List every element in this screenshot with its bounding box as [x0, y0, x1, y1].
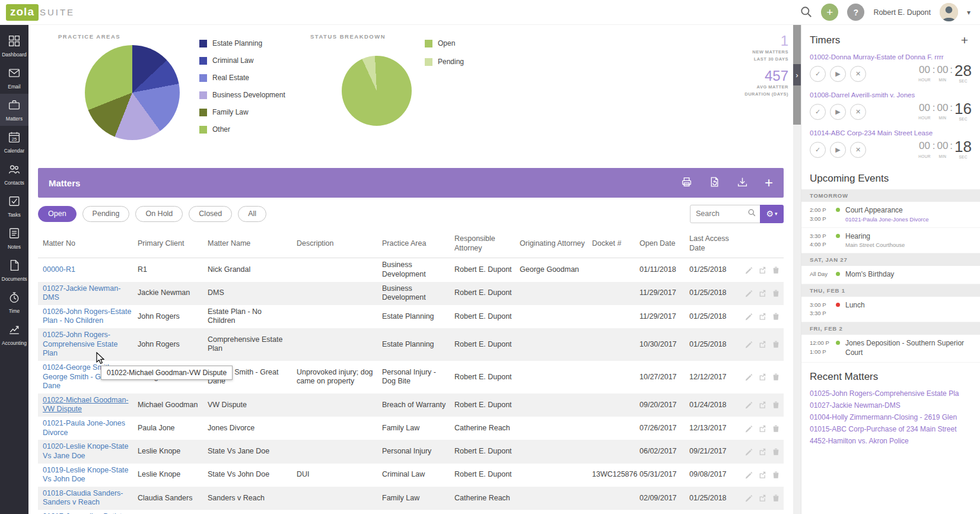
delete-matter-icon[interactable]	[772, 401, 780, 409]
edit-matter-icon[interactable]	[744, 424, 753, 433]
avatar[interactable]	[940, 3, 958, 21]
quick-add-button[interactable]: +	[821, 4, 838, 21]
timer-play-button[interactable]: ▶	[830, 142, 846, 158]
matter-no-link[interactable]: 01022-Michael Goodman-VW Dispute	[43, 396, 129, 414]
matter-no-link[interactable]: 01018-Claudia Sanders-Sanders v Reach	[43, 489, 123, 507]
open-matter-icon[interactable]	[758, 340, 766, 348]
table-row[interactable]: 01021-Paula Jone-Jones Divorce Paula Jon…	[38, 417, 784, 440]
delete-matter-icon[interactable]	[772, 471, 780, 479]
table-row[interactable]: 01022-Michael Goodman-VW Dispute Michael…	[38, 394, 784, 417]
print-button[interactable]	[681, 176, 692, 189]
timer-discard-button[interactable]: ✕	[850, 142, 866, 158]
filter-tab-open[interactable]: Open	[38, 206, 77, 222]
delete-matter-icon[interactable]	[772, 289, 780, 297]
edit-matter-icon[interactable]	[744, 401, 753, 409]
recent-matter-link[interactable]: 01015-ABC Corp-Purchase of 234 Main Stre…	[801, 423, 980, 435]
timer-play-button[interactable]: ▶	[830, 66, 846, 82]
app-logo[interactable]: zola SUITE	[6, 4, 75, 21]
delete-matter-icon[interactable]	[772, 424, 780, 433]
matter-no-link[interactable]: 01027-Jackie Newman-DMS	[43, 284, 120, 302]
filter-tab-all[interactable]: All	[238, 206, 266, 222]
delete-matter-icon[interactable]	[772, 312, 780, 321]
matter-no-link[interactable]: 01021-Paula Jone-Jones Divorce	[43, 419, 125, 437]
timer-discard-button[interactable]: ✕	[850, 104, 866, 120]
table-row[interactable]: 01020-Leslie Knope-State Vs Jane Doe Les…	[38, 440, 784, 463]
sidebar-item-dashboard[interactable]: Dashboard	[0, 30, 28, 62]
open-matter-icon[interactable]	[758, 448, 766, 456]
open-matter-icon[interactable]	[758, 312, 766, 321]
matter-no-link[interactable]: 01020-Leslie Knope-State Vs Jane Doe	[43, 442, 129, 460]
timer-complete-button[interactable]: ✓	[810, 142, 826, 158]
sidebar-item-notes[interactable]: Notes	[0, 222, 28, 254]
sidebar-item-email[interactable]: Email	[0, 62, 28, 94]
edit-matter-icon[interactable]	[744, 266, 753, 274]
delete-matter-icon[interactable]	[772, 448, 780, 456]
recent-matter-link[interactable]: 01027-Jackie Newman-DMS	[801, 399, 980, 411]
filter-tab-on-hold[interactable]: On Hold	[135, 206, 183, 222]
sidebar-item-calendar[interactable]: 25 Calendar	[0, 126, 28, 158]
sidebar-item-time[interactable]: Time	[0, 286, 28, 318]
table-settings-button[interactable]: ⚙▾	[760, 205, 784, 223]
event-item[interactable]: 3:00 P3:30 P Lunch	[801, 297, 980, 323]
delete-matter-icon[interactable]	[772, 266, 780, 274]
table-row[interactable]: 01019-Leslie Knope-State Vs John Doe Les…	[38, 464, 784, 487]
timer-matter-link[interactable]: 01014-ABC Corp-234 Main Street Lease	[810, 129, 972, 137]
sidebar-item-contacts[interactable]: Contacts	[0, 158, 28, 190]
recent-matter-link[interactable]: 01025-John Rogers-Comprehensive Estate P…	[801, 388, 980, 399]
filter-tab-pending[interactable]: Pending	[82, 206, 130, 222]
delete-matter-icon[interactable]	[772, 494, 780, 502]
open-matter-icon[interactable]	[758, 401, 766, 409]
event-item[interactable]: 3:30 P4:00 P Hearing Main Street Courtho…	[801, 228, 980, 254]
sidebar-item-matters[interactable]: Matters	[0, 94, 28, 126]
global-search-button[interactable]	[800, 5, 812, 20]
recent-matter-link[interactable]: 01004-Holly Zimmermann-Closing - 2619 Gl…	[801, 411, 980, 423]
table-row[interactable]: 01017-Jacqueline Batista-Estate Planning…	[38, 510, 784, 514]
delete-matter-icon[interactable]	[772, 373, 780, 381]
table-row[interactable]: 00000-R1 R1 Nick Grandal Business Develo…	[38, 258, 784, 281]
edit-matter-icon[interactable]	[744, 448, 753, 456]
edit-matter-icon[interactable]	[744, 312, 753, 321]
download-button[interactable]	[737, 176, 748, 189]
event-item[interactable]: All Day Mom's Birthday	[801, 266, 980, 284]
open-matter-icon[interactable]	[758, 424, 766, 433]
matter-no-link[interactable]: 00000-R1	[43, 265, 75, 274]
filter-tab-closed[interactable]: Closed	[189, 206, 232, 222]
open-matter-icon[interactable]	[758, 494, 766, 502]
delete-matter-icon[interactable]	[772, 340, 780, 348]
timer-play-button[interactable]: ▶	[830, 104, 846, 120]
table-row[interactable]: 01026-John Rogers-Estate Plan - No Child…	[38, 305, 784, 328]
add-timer-button[interactable]: +	[957, 33, 972, 47]
timer-matter-link[interactable]: 01002-Donna Murray-Estate of Donna F. rr…	[810, 53, 972, 61]
edit-matter-icon[interactable]	[744, 373, 753, 381]
table-row[interactable]: 01027-Jackie Newman-DMS Jackie Newman DM…	[38, 282, 784, 305]
sidebar-item-tasks[interactable]: Tasks	[0, 190, 28, 222]
edit-matter-icon[interactable]	[744, 289, 753, 297]
sidebar-item-documents[interactable]: Documents	[0, 254, 28, 286]
open-matter-icon[interactable]	[758, 266, 766, 274]
open-matter-icon[interactable]	[758, 373, 766, 381]
event-item[interactable]: 2:00 P3:00 P Court Appearance 01021-Paul…	[801, 202, 980, 228]
timer-discard-button[interactable]: ✕	[850, 66, 866, 82]
open-matter-icon[interactable]	[758, 471, 766, 479]
collapse-right-panel-button[interactable]: ›	[793, 64, 801, 85]
matter-no-link[interactable]: 01026-John Rogers-Estate Plan - No Child…	[43, 307, 131, 325]
table-row[interactable]: 01025-John Rogers-Comprehensive Estate P…	[38, 328, 784, 361]
edit-matter-icon[interactable]	[744, 340, 753, 348]
timer-complete-button[interactable]: ✓	[810, 66, 826, 82]
search-input[interactable]	[691, 206, 747, 222]
recent-matter-link[interactable]: 4452-Hamilton vs. Akron Police	[801, 435, 980, 447]
timer-matter-link[interactable]: 01008-Darrel Averill-smith v. Jones	[810, 91, 972, 99]
matter-no-link[interactable]: 01019-Leslie Knope-State Vs John Doe	[43, 466, 129, 484]
sidebar-item-accounting[interactable]: Accounting	[0, 318, 28, 350]
table-row[interactable]: 01018-Claudia Sanders-Sanders v Reach Cl…	[38, 487, 784, 510]
add-matter-button[interactable]: +	[765, 176, 773, 190]
timer-complete-button[interactable]: ✓	[810, 104, 826, 120]
open-matter-icon[interactable]	[758, 289, 766, 297]
edit-matter-icon[interactable]	[744, 494, 753, 502]
event-matter-link[interactable]: 01021-Paula Jone-Jones Divorce	[845, 216, 928, 223]
export-report-button[interactable]	[709, 176, 720, 189]
user-menu-caret-icon[interactable]: ▾	[967, 8, 971, 17]
event-item[interactable]: 12:00 P1:00 P Jones Deposition - Souther…	[801, 335, 980, 362]
help-button[interactable]: ?	[847, 4, 864, 21]
edit-matter-icon[interactable]	[744, 471, 753, 479]
